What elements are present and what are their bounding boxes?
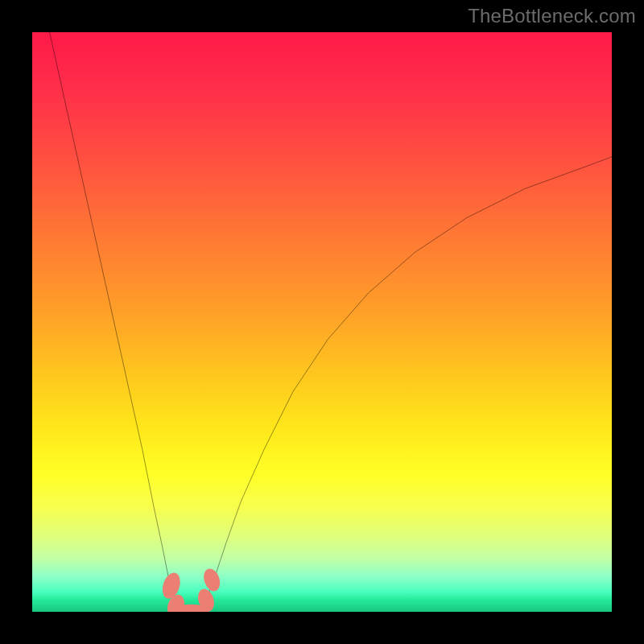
chart-frame: TheBottleneck.com — [0, 0, 644, 644]
marker-layer — [32, 32, 612, 612]
watermark-text: TheBottleneck.com — [468, 5, 636, 27]
plot-area — [32, 32, 612, 612]
